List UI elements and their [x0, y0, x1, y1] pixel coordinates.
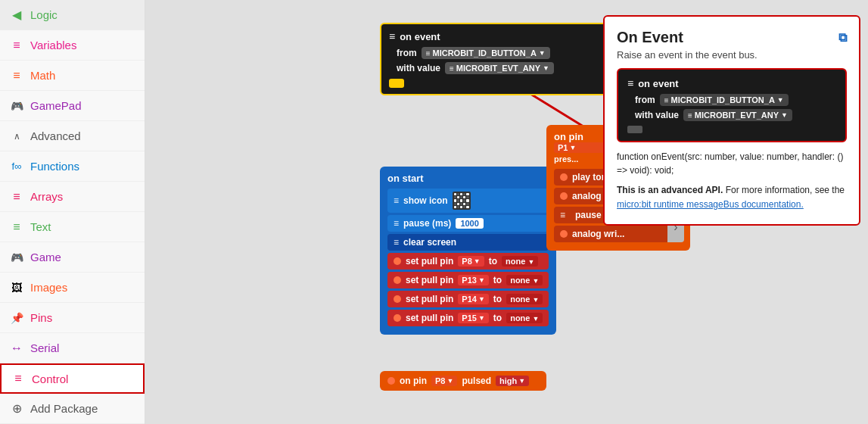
- sidebar-item-serial[interactable]: ↔ Serial: [0, 333, 145, 363]
- sidebar-item-add-package[interactable]: ⊕ Add Package: [0, 394, 145, 424]
- show-icon-menu: ≡: [394, 195, 399, 206]
- sidebar-item-pins[interactable]: 📌 Pins: [0, 303, 145, 333]
- pull-pin-row-0[interactable]: set pull pin P8 ▼ to none ▼: [387, 253, 549, 270]
- sidebar-item-label: Images: [30, 281, 67, 294]
- panel-link[interactable]: micro:bit runtime messageBus documentati…: [617, 199, 804, 210]
- panel-block-title: on event: [638, 78, 678, 89]
- on-event-top-block[interactable]: ≡ on event from ≡ MICROBIT_ID_BUTTON_A ▼…: [380, 23, 630, 95]
- red-dot-2: [394, 295, 401, 303]
- pull-label-0: set pull pin: [406, 256, 453, 267]
- block-notch: [389, 79, 404, 88]
- dropdown-icon2: ≡: [450, 64, 454, 73]
- pause-value[interactable]: 1000: [456, 218, 483, 229]
- high-pill[interactable]: high ▼: [496, 376, 529, 386]
- from-value: MICROBIT_ID_BUTTON_A: [433, 48, 537, 58]
- show-icon-row[interactable]: ≡ show icon: [387, 189, 549, 213]
- pull-label-2: set pull pin: [406, 294, 453, 304]
- panel-dropdown-icon: ≡: [664, 96, 669, 104]
- sidebar-item-gamepad[interactable]: 🎮 GamePad: [0, 91, 145, 121]
- clear-screen-row[interactable]: ≡ clear screen: [387, 234, 549, 251]
- pull-pin-row-3[interactable]: set pull pin P15 ▼ to none ▼: [387, 310, 549, 326]
- on-event-header: ≡ on event: [389, 30, 621, 42]
- to-label-0: to: [489, 256, 497, 267]
- pull-pin-row-2[interactable]: set pull pin P14 ▼ to none ▼: [387, 291, 549, 307]
- functions-icon: f∞: [9, 161, 24, 172]
- menu-icon: ≡: [389, 30, 395, 42]
- panel-caret1: ▼: [777, 96, 784, 104]
- sidebar-item-label: Arrays: [30, 190, 63, 203]
- analog-wri-label-2: analog wri...: [572, 229, 624, 239]
- external-link-icon[interactable]: ⧉: [838, 31, 847, 45]
- with-value: MICROBIT_EVT_ANY: [456, 64, 540, 73]
- sidebar-item-variables[interactable]: ≡ Variables: [0, 30, 145, 61]
- sidebar-item-text[interactable]: ≡ Text: [0, 212, 145, 242]
- right-panel: On Event ⧉ Raise an event in the event b…: [603, 15, 860, 226]
- sidebar-item-label: Pins: [30, 311, 52, 324]
- red-dot-3: [394, 314, 401, 322]
- panel-title-text: On Event: [617, 29, 683, 46]
- pin-pill-0[interactable]: P8 ▼: [458, 256, 484, 267]
- sidebar-item-label: Control: [32, 373, 68, 385]
- pull-label-1: set pull pin: [406, 275, 453, 285]
- game-icon: 🎮: [9, 251, 24, 263]
- p8-pill[interactable]: P8 ▼: [431, 376, 457, 386]
- none-pill-3[interactable]: none ▼: [506, 313, 543, 323]
- clear-label: clear screen: [403, 237, 456, 248]
- caret-icon: ▼: [539, 49, 546, 57]
- dropdown-icon: ≡: [426, 49, 431, 58]
- variables-icon: ≡: [9, 39, 24, 52]
- add-package-icon: ⊕: [9, 401, 24, 416]
- pull-pin-row-1[interactable]: set pull pin P13 ▼ to none ▼: [387, 272, 549, 288]
- pin-pill-1[interactable]: P13 ▼: [458, 275, 489, 285]
- sidebar-item-math[interactable]: ≡ Math: [0, 61, 145, 91]
- caret-icon2: ▼: [543, 64, 549, 72]
- none-pill-1[interactable]: none ▼: [506, 275, 543, 285]
- to-label-3: to: [493, 313, 502, 323]
- sidebar-item-logic[interactable]: ◀ Logic: [0, 0, 145, 30]
- to-label-2: to: [493, 294, 502, 304]
- panel-demo-block: ≡ on event from ≡ MICROBIT_ID_BUTTON_A ▼…: [617, 68, 847, 142]
- panel-with-label: with value: [635, 110, 679, 120]
- from-dropdown[interactable]: ≡ MICROBIT_ID_BUTTON_A ▼: [422, 47, 550, 59]
- sidebar-item-advanced[interactable]: ∧ Advanced: [0, 121, 145, 151]
- analog-wri-row-2[interactable]: analog wri...: [554, 226, 683, 242]
- pause-icon: ≡: [394, 218, 399, 229]
- sidebar-item-label: Functions: [30, 160, 79, 173]
- on-start-title: on start: [387, 173, 549, 184]
- pin-pill-2[interactable]: P14 ▼: [458, 294, 489, 304]
- logic-icon: ◀: [9, 8, 24, 22]
- panel-dropdown-icon2: ≡: [688, 111, 692, 120]
- sidebar-item-label: Text: [30, 220, 51, 233]
- panel-advanced-label: This is an advanced API.: [617, 185, 723, 195]
- sidebar-item-images[interactable]: 🖼 Images: [0, 273, 145, 303]
- sidebar-item-control[interactable]: ≡ Control: [0, 363, 145, 394]
- none-pill-0[interactable]: none ▼: [502, 256, 538, 267]
- sidebar-item-game[interactable]: 🎮 Game: [0, 242, 145, 273]
- with-dropdown[interactable]: ≡ MICROBIT_EVT_ANY ▼: [445, 62, 554, 74]
- pin-pill-3[interactable]: P15 ▼: [458, 313, 489, 323]
- show-icon-label: show icon: [403, 195, 448, 206]
- canvas: ≡ on event from ≡ MICROBIT_ID_BUTTON_A ▼…: [145, 0, 868, 424]
- panel-caret2: ▼: [781, 111, 788, 119]
- icon-grid: [453, 192, 471, 210]
- panel-from-value: MICROBIT_ID_BUTTON_A: [671, 95, 775, 104]
- panel-advanced-desc: For more information, see the: [726, 185, 845, 195]
- serial-icon: ↔: [9, 341, 24, 355]
- on-start-block[interactable]: on start ≡ show icon ≡ pause (ms) 1000 ≡…: [380, 167, 556, 335]
- arrays-icon: ≡: [9, 190, 24, 204]
- pause-row[interactable]: ≡ pause (ms) 1000: [387, 215, 549, 232]
- text-icon: ≡: [9, 220, 24, 234]
- red-dot-1: [394, 276, 401, 284]
- none-pill-2[interactable]: none ▼: [506, 294, 543, 304]
- from-label: from: [397, 48, 417, 58]
- red-dot-0: [394, 257, 401, 265]
- panel-advanced-text: This is an advanced API. For more inform…: [617, 183, 847, 212]
- gamepad-icon: 🎮: [9, 100, 24, 112]
- to-label-1: to: [493, 275, 502, 285]
- pause-label: pause (ms): [403, 218, 451, 229]
- sidebar-item-arrays[interactable]: ≡ Arrays: [0, 182, 145, 212]
- sidebar-item-functions[interactable]: f∞ Functions: [0, 151, 145, 182]
- advanced-icon: ∧: [9, 131, 24, 142]
- on-pin-p8-block[interactable]: on pin P8 ▼ pulsed high ▼: [380, 371, 546, 391]
- panel-from-label: from: [635, 95, 655, 105]
